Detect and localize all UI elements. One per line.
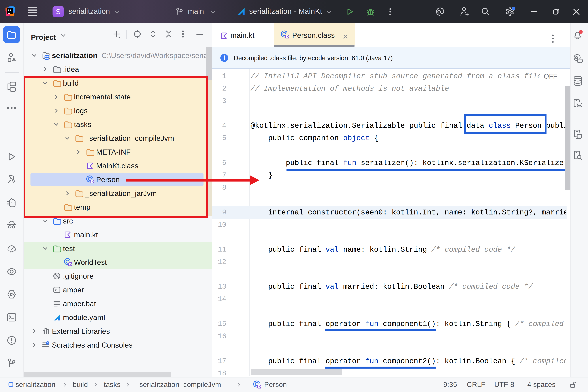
svg-text:IJ: IJ xyxy=(8,9,11,12)
